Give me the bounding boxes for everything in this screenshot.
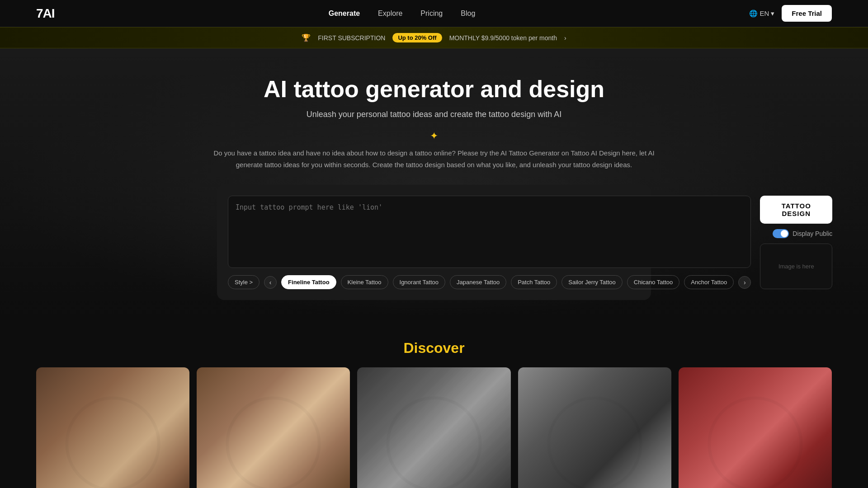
style-japanese[interactable]: Japanese Tattoo bbox=[450, 275, 506, 289]
globe-icon: 🌐 bbox=[749, 9, 758, 18]
free-trial-button[interactable]: Free Trial bbox=[782, 5, 832, 22]
promo-banner: 🏆 FIRST SUBSCRIPTION Up to 20% Off MONTH… bbox=[0, 27, 868, 48]
style-chicano[interactable]: Chicano Tattoo bbox=[627, 275, 680, 289]
next-style-arrow[interactable]: › bbox=[738, 276, 751, 289]
generator-right: TATTOO DESIGN Display Public Image is he… bbox=[760, 196, 832, 289]
gallery-item-4[interactable] bbox=[518, 367, 671, 488]
discover-section: Discover bbox=[0, 318, 868, 488]
prompt-input[interactable] bbox=[228, 196, 751, 268]
style-patch[interactable]: Patch Tattoo bbox=[511, 275, 557, 289]
display-public-label: Display Public bbox=[793, 230, 832, 237]
gallery-item-1[interactable] bbox=[36, 367, 189, 488]
promo-icon: 🏆 bbox=[302, 33, 311, 42]
gallery-item-5[interactable] bbox=[679, 367, 832, 488]
nav-generate[interactable]: Generate bbox=[329, 9, 360, 18]
display-public-toggle: Display Public bbox=[760, 229, 832, 238]
logo: 7AI bbox=[36, 6, 55, 21]
hero-description: Do you have a tattoo idea and have no id… bbox=[212, 147, 656, 170]
generator-container: Style > ‹ Fineline Tattoo Kleine Tattoo … bbox=[217, 185, 651, 300]
style-fineline[interactable]: Fineline Tattoo bbox=[281, 275, 336, 289]
image-preview: Image is here bbox=[760, 244, 832, 289]
image-placeholder-text: Image is here bbox=[778, 263, 814, 270]
style-anchor[interactable]: Anchor Tattoo bbox=[684, 275, 734, 289]
tattoo-design-button[interactable]: TATTOO DESIGN bbox=[760, 196, 832, 224]
nav-pricing[interactable]: Pricing bbox=[420, 9, 443, 18]
promo-first-sub: FIRST SUBSCRIPTION bbox=[318, 34, 385, 42]
nav-blog[interactable]: Blog bbox=[461, 9, 475, 18]
promo-arrow: › bbox=[564, 34, 566, 42]
nav-links: Generate Explore Pricing Blog bbox=[329, 9, 476, 18]
hero-subtitle: Unleash your personal tattoo ideas and c… bbox=[36, 110, 832, 119]
navbar: 7AI Generate Explore Pricing Blog 🌐 EN ▾… bbox=[0, 0, 868, 27]
style-ignorant[interactable]: Ignorant Tattoo bbox=[393, 275, 446, 289]
generator-left: Style > ‹ Fineline Tattoo Kleine Tattoo … bbox=[228, 196, 751, 289]
sparkle-icon: ✦ bbox=[430, 130, 438, 142]
hero-title: AI tattoo generator and design bbox=[36, 75, 832, 103]
language-selector[interactable]: 🌐 EN ▾ bbox=[749, 9, 774, 18]
gallery-item-3[interactable] bbox=[357, 367, 510, 488]
style-label-btn[interactable]: Style > bbox=[228, 275, 259, 289]
gallery-grid-row1 bbox=[36, 367, 832, 488]
nav-explore[interactable]: Explore bbox=[378, 9, 402, 18]
prev-style-arrow[interactable]: ‹ bbox=[264, 276, 277, 289]
lang-label: EN bbox=[760, 9, 769, 17]
discover-title: Discover bbox=[36, 340, 832, 357]
promo-monthly: MONTHLY $9.9/5000 token per month bbox=[449, 34, 557, 42]
style-kleine[interactable]: Kleine Tattoo bbox=[341, 275, 388, 289]
style-tags: Style > ‹ Fineline Tattoo Kleine Tattoo … bbox=[228, 275, 751, 289]
navbar-right: 🌐 EN ▾ Free Trial bbox=[749, 5, 832, 22]
style-sailor-jerry[interactable]: Sailor Jerry Tattoo bbox=[561, 275, 623, 289]
promo-badge: Up to 20% Off bbox=[392, 33, 442, 42]
gallery-item-2[interactable] bbox=[197, 367, 350, 488]
hero-section: AI tattoo generator and design Unleash y… bbox=[0, 48, 868, 318]
chevron-down-icon: ▾ bbox=[771, 9, 774, 18]
toggle-switch[interactable] bbox=[773, 229, 789, 238]
